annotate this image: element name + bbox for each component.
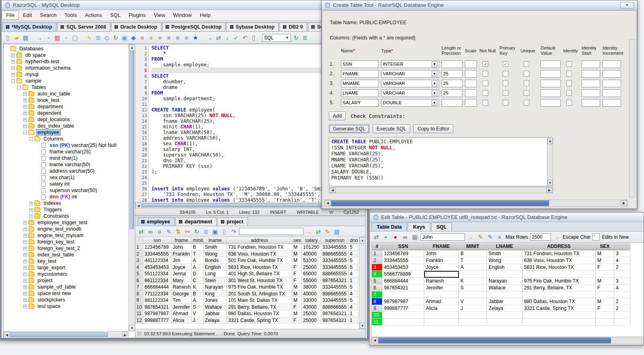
- tree-item-columns[interactable]: -Columns: [5, 136, 128, 142]
- menu-tools[interactable]: Tools: [61, 11, 81, 19]
- pin-icon[interactable]: ✎: [477, 233, 484, 241]
- refresh-db-icon[interactable]: ↻: [193, 228, 200, 235]
- table-row[interactable]: 45566778899: [372, 271, 644, 278]
- tree-item-engine_test_myisam[interactable]: +engine_test_myisam: [5, 232, 128, 239]
- favorite-icon[interactable]: ★: [192, 34, 199, 41]
- table-row[interactable]: 6987654321JenniferSWallace291 Berry, Bel…: [372, 285, 644, 291]
- cell[interactable]: Wong: [487, 257, 522, 264]
- tree-hscroll-thumb[interactable]: [10, 332, 108, 337]
- identity-increment-input[interactable]: [603, 89, 621, 97]
- cell[interactable]: 975 Fire Oak, Humble TX: [522, 278, 596, 285]
- identity-checkbox[interactable]: [566, 100, 572, 105]
- validate-icon[interactable]: ✓: [232, 34, 240, 41]
- tree-vscroll-thumb[interactable]: [130, 51, 134, 229]
- table-row[interactable]: 12999887777AliciaJZelaya3321 Castle, Spr…: [135, 317, 359, 324]
- table-row[interactable]: 11: [372, 319, 644, 326]
- create-scroll-right-icon[interactable]: ▶: [621, 200, 627, 206]
- table-row[interactable]: 9999887777AliciaJZelaya3321 Castle, Spri…: [372, 305, 644, 312]
- tab-close-icon[interactable]: ⊠: [179, 219, 183, 224]
- edit-hscroll-thumb[interactable]: [378, 338, 611, 343]
- tree-item-mysql[interactable]: +mysql: [5, 71, 128, 78]
- column-header-ADDRESS[interactable]: ADDRESS: [522, 243, 596, 250]
- column-type-select[interactable]: DOUBLE▼: [381, 99, 439, 107]
- connection-tab-db2-9[interactable]: ⊠DB2 9: [279, 23, 307, 32]
- cell[interactable]: [487, 312, 522, 319]
- execute-refresh-icon[interactable]: ⇄: [215, 34, 222, 41]
- tree-item-index_test_table[interactable]: +index_test_table: [5, 252, 128, 258]
- results-tab-department[interactable]: ⊠department: [175, 217, 217, 226]
- expand-icon[interactable]: +: [11, 54, 15, 57]
- column-header-minit[interactable]: minit: [192, 237, 204, 244]
- filter-sql-icon[interactable]: ≡: [165, 34, 173, 41]
- cell[interactable]: Zelaya: [487, 305, 522, 312]
- cell[interactable]: S: [459, 285, 487, 291]
- edit-tab-table-data[interactable]: Table Data: [372, 223, 407, 231]
- cell[interactable]: M: [596, 278, 614, 285]
- tree-item-databases[interactable]: Databases: [5, 45, 128, 52]
- expand-icon[interactable]: +: [23, 292, 27, 295]
- column-header-fname[interactable]: fname: [171, 237, 192, 244]
- scroll-up-icon[interactable]: ▲: [129, 44, 135, 51]
- table-rows-icon[interactable]: ≡: [138, 34, 146, 41]
- go-maxrows-icon[interactable]: →: [553, 233, 561, 241]
- diamond-icon[interactable]: ◆: [130, 34, 137, 41]
- collapse-icon[interactable]: -: [23, 131, 27, 134]
- cell[interactable]: 731 Fondren, Houston TX: [522, 250, 596, 257]
- tree-item-tables[interactable]: -Tables: [5, 84, 128, 91]
- scale-input[interactable]: [465, 80, 477, 87]
- rotate-results-icon[interactable]: ↷: [230, 228, 237, 235]
- collapse-icon[interactable]: -: [29, 137, 33, 141]
- tab-close-icon[interactable]: ⊠: [229, 25, 233, 29]
- edit-tab-keys[interactable]: Keys: [408, 223, 430, 231]
- cell[interactable]: 638 Voss, Houston TX: [522, 257, 596, 264]
- table-row[interactable]: 1123456789JohnBSmith731 Fondren, Houston…: [372, 250, 644, 257]
- cell[interactable]: F: [596, 264, 614, 271]
- chevron-down-icon[interactable]: ▼: [431, 100, 438, 106]
- sql-mode-select[interactable]: SQL▼: [262, 34, 291, 42]
- cell[interactable]: 5566778899: [382, 271, 424, 278]
- tab-close-icon[interactable]: ⊠: [165, 25, 169, 29]
- column-header-dno[interactable]: dno: [349, 237, 358, 244]
- unique-checkbox[interactable]: [524, 61, 529, 67]
- column-header-MINIT[interactable]: MINIT: [459, 243, 487, 250]
- column-type-select[interactable]: VARCHAR▼: [381, 89, 439, 97]
- identity-increment-input[interactable]: [603, 80, 621, 87]
- cell[interactable]: 2: [614, 264, 630, 271]
- sql-scroll-down-icon[interactable]: ▼: [547, 180, 553, 186]
- expand-icon[interactable]: +: [11, 60, 15, 64]
- edit-scroll-left-icon[interactable]: ◀: [372, 337, 378, 343]
- tree-item-engine_test_innodb[interactable]: +engine_test_innodb: [5, 226, 128, 232]
- menu-window[interactable]: Window: [169, 11, 196, 19]
- cell[interactable]: [382, 291, 424, 298]
- unique-checkbox[interactable]: [524, 100, 529, 105]
- cell[interactable]: K: [459, 278, 487, 285]
- results-scroll-up-icon[interactable]: ▲: [359, 237, 365, 244]
- chevron-down-icon[interactable]: ▼: [431, 80, 438, 87]
- tree-item-address-varchar-50-[interactable]: address varchar(50): [5, 168, 128, 174]
- tree-item-sample[interactable]: -sample: [5, 78, 128, 84]
- tab-close-icon[interactable]: ⊠: [6, 25, 10, 29]
- tree-item-minit-char-1-[interactable]: minit char(1): [5, 155, 128, 161]
- table-row[interactable]: 7666884444RameshKNarayan975 Fire Oak, Hu…: [135, 284, 359, 291]
- main-titlebar[interactable]: RazorSQL - MySQL Desktop: [2, 0, 367, 10]
- tree-item-space-test-new[interactable]: +space test new: [5, 290, 128, 297]
- expand-icon[interactable]: +: [23, 305, 27, 308]
- tree-item-salary-int[interactable]: salary int: [5, 181, 128, 187]
- cell[interactable]: 3: [614, 278, 630, 285]
- column-header-SEX[interactable]: SEX: [596, 243, 614, 250]
- cell[interactable]: [522, 312, 596, 319]
- edit-table-titlebar[interactable]: Edit Table - PUBLIC.EMPLOYEE utf8_notepa…: [370, 213, 644, 222]
- identity-start-input[interactable]: [582, 60, 600, 68]
- new-document-icon[interactable]: ▯: [4, 34, 12, 41]
- table-row[interactable]: 3441122334JimABonds501 Fire Oak, Humble …: [135, 257, 359, 264]
- checklist-icon[interactable]: ≣: [94, 34, 102, 41]
- table-row[interactable]: 3453453453JoyceAEnglish5631 Rice, Housto…: [372, 264, 644, 271]
- cell[interactable]: [596, 291, 614, 298]
- cell[interactable]: [487, 291, 522, 298]
- cell[interactable]: Smith: [487, 250, 522, 257]
- expand-icon[interactable]: +: [23, 111, 27, 115]
- expand-icon[interactable]: +: [11, 66, 15, 70]
- unique-checkbox[interactable]: [524, 71, 529, 76]
- menu-plugins[interactable]: Plugins: [125, 11, 150, 19]
- filter-results-icon[interactable]: ≡: [156, 228, 163, 235]
